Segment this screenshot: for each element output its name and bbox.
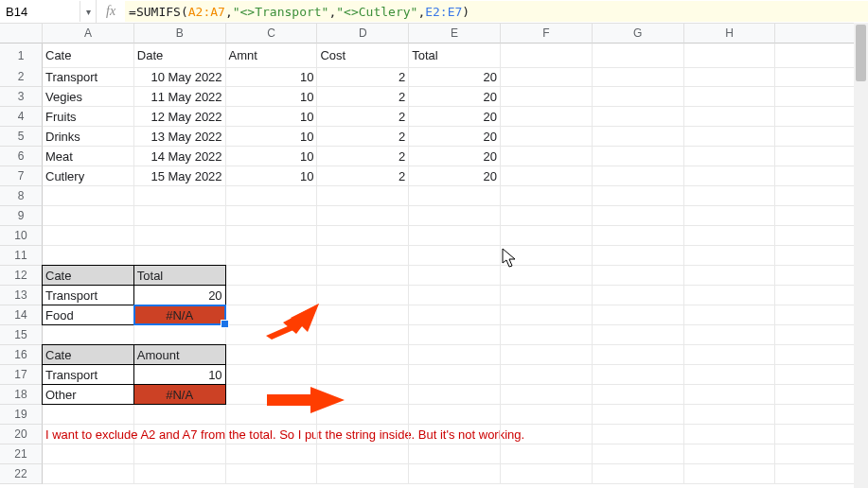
cell[interactable] bbox=[317, 305, 409, 325]
cell[interactable] bbox=[226, 345, 318, 365]
cell[interactable] bbox=[409, 226, 501, 246]
cell[interactable] bbox=[501, 385, 593, 405]
scrollbar-thumb[interactable] bbox=[856, 25, 866, 81]
cell[interactable] bbox=[684, 325, 776, 345]
cell[interactable] bbox=[409, 305, 501, 325]
cell[interactable] bbox=[684, 266, 776, 286]
row-header[interactable]: 9 bbox=[0, 206, 43, 226]
cell[interactable]: Meat bbox=[43, 147, 134, 166]
cell[interactable]: 20 bbox=[409, 147, 501, 166]
row-header[interactable]: 14 bbox=[0, 305, 43, 325]
cell[interactable]: Other bbox=[42, 384, 134, 405]
cell[interactable] bbox=[134, 226, 226, 246]
cell[interactable] bbox=[684, 186, 776, 206]
row-header[interactable]: 16 bbox=[0, 345, 43, 365]
cell[interactable] bbox=[43, 464, 134, 484]
vertical-scrollbar[interactable] bbox=[854, 23, 868, 488]
cell[interactable]: I want to exclude A2 and A7 from the tot… bbox=[43, 425, 134, 444]
name-box-dropdown[interactable]: ▾ bbox=[80, 0, 97, 23]
cell[interactable] bbox=[317, 464, 409, 484]
cell[interactable] bbox=[684, 166, 776, 186]
cell[interactable]: Total bbox=[133, 265, 226, 286]
row-header[interactable]: 21 bbox=[0, 444, 43, 464]
cell[interactable] bbox=[593, 385, 684, 405]
select-all-corner[interactable] bbox=[0, 24, 43, 44]
cell[interactable] bbox=[501, 67, 593, 87]
row-header[interactable]: 4 bbox=[0, 107, 43, 127]
cell[interactable] bbox=[593, 246, 684, 266]
cell[interactable] bbox=[134, 464, 226, 484]
cell[interactable] bbox=[501, 87, 593, 107]
row-header[interactable]: 17 bbox=[0, 365, 43, 385]
cell[interactable] bbox=[593, 166, 684, 186]
cell[interactable] bbox=[684, 107, 776, 127]
cell[interactable] bbox=[43, 226, 134, 246]
selection-handle[interactable] bbox=[221, 320, 229, 328]
cell[interactable] bbox=[317, 405, 409, 425]
row-header[interactable]: 7 bbox=[0, 166, 43, 186]
row-header[interactable]: 3 bbox=[0, 87, 43, 107]
cell[interactable] bbox=[317, 385, 409, 405]
cell[interactable] bbox=[409, 266, 501, 286]
cell[interactable] bbox=[409, 286, 501, 305]
cell[interactable] bbox=[684, 127, 776, 147]
cell[interactable] bbox=[593, 186, 684, 206]
cell[interactable]: Drinks bbox=[43, 127, 134, 147]
cell[interactable] bbox=[501, 365, 593, 385]
cell[interactable] bbox=[501, 166, 593, 186]
cell[interactable] bbox=[409, 246, 501, 266]
row-header[interactable]: 8 bbox=[0, 186, 43, 206]
cell[interactable] bbox=[501, 286, 593, 305]
cell[interactable]: 10 bbox=[226, 67, 318, 87]
cell[interactable] bbox=[409, 206, 501, 226]
cell[interactable] bbox=[593, 147, 684, 166]
cell[interactable] bbox=[684, 365, 776, 385]
cell[interactable] bbox=[684, 226, 776, 246]
cell[interactable] bbox=[501, 246, 593, 266]
cell[interactable]: #N/A bbox=[133, 384, 226, 405]
column-header[interactable]: B bbox=[134, 24, 226, 44]
cell[interactable] bbox=[226, 444, 318, 464]
column-header[interactable]: D bbox=[317, 24, 409, 44]
cell[interactable] bbox=[317, 365, 409, 385]
cell[interactable] bbox=[409, 345, 501, 365]
cell[interactable] bbox=[593, 107, 684, 127]
cell[interactable] bbox=[134, 206, 226, 226]
cell[interactable] bbox=[226, 464, 318, 484]
cell[interactable] bbox=[593, 67, 684, 87]
formula-input[interactable]: =SUMIFS(A2:A7,"<>Transport","<>Cutlery",… bbox=[125, 1, 868, 22]
row-header[interactable]: 15 bbox=[0, 325, 43, 345]
cell[interactable] bbox=[409, 385, 501, 405]
cell[interactable] bbox=[501, 305, 593, 325]
cell[interactable] bbox=[134, 405, 226, 425]
cell[interactable] bbox=[226, 266, 318, 286]
cell[interactable]: 13 May 2022 bbox=[134, 127, 226, 147]
cell[interactable]: 10 bbox=[226, 127, 318, 147]
column-header[interactable]: F bbox=[501, 24, 593, 44]
cell[interactable] bbox=[43, 206, 134, 226]
column-header[interactable]: H bbox=[684, 24, 776, 44]
cell[interactable]: 2 bbox=[317, 67, 409, 87]
cell[interactable] bbox=[501, 405, 593, 425]
cell[interactable] bbox=[593, 425, 684, 444]
cell[interactable] bbox=[684, 147, 776, 166]
cell[interactable] bbox=[593, 127, 684, 147]
cell[interactable]: 20 bbox=[409, 87, 501, 107]
cell[interactable] bbox=[501, 444, 593, 464]
cell[interactable]: 2 bbox=[317, 107, 409, 127]
cell[interactable]: 15 May 2022 bbox=[134, 166, 226, 186]
cell[interactable] bbox=[684, 87, 776, 107]
cell[interactable] bbox=[134, 186, 226, 206]
row-header[interactable]: 1 bbox=[0, 44, 43, 68]
cell[interactable] bbox=[684, 206, 776, 226]
cell[interactable] bbox=[593, 405, 684, 425]
cell[interactable]: 20 bbox=[409, 67, 501, 87]
cell[interactable] bbox=[501, 226, 593, 246]
cell[interactable]: 10 bbox=[133, 364, 226, 385]
cell[interactable]: 10 bbox=[226, 166, 318, 186]
cell[interactable]: 12 May 2022 bbox=[134, 107, 226, 127]
cell[interactable]: Cate bbox=[42, 344, 134, 365]
cell[interactable]: 10 bbox=[226, 147, 318, 166]
cell[interactable] bbox=[593, 87, 684, 107]
row-header[interactable]: 12 bbox=[0, 266, 43, 286]
